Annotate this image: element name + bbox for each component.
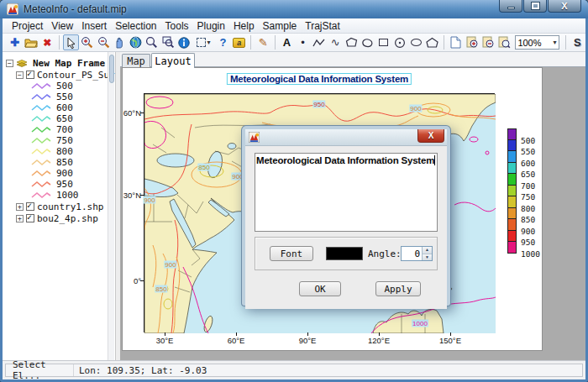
collapse-icon[interactable]: −	[16, 71, 24, 79]
zoom-in-tool-button[interactable]	[79, 34, 95, 50]
window-title: MeteoInfo - default.mip	[24, 3, 127, 15]
map-frame-label: New Map Frame	[33, 58, 105, 69]
level-label: 500	[56, 81, 73, 92]
new-layout-button[interactable]	[448, 34, 464, 50]
spinner-down-button[interactable]: ▼	[423, 254, 432, 261]
contour-line-icon	[31, 126, 51, 133]
edit-button[interactable]: ✎	[255, 34, 270, 50]
y-tick-mark	[140, 113, 144, 113]
curve-tool-button[interactable]: ∿	[327, 34, 343, 50]
dialog-close-button[interactable]: X	[417, 129, 444, 143]
expand-icon[interactable]: +	[16, 215, 24, 222]
menu-item-insert[interactable]: Insert	[77, 19, 111, 33]
close-button[interactable]: X	[548, 0, 581, 13]
font-button[interactable]: Font	[270, 246, 313, 261]
layer-checkbox[interactable]	[26, 202, 34, 211]
zoom-to-extent-button[interactable]	[160, 34, 176, 50]
x-tick-mark	[165, 332, 165, 336]
tree-level-850[interactable]: 850	[6, 157, 115, 168]
toolbar: ✚ ✖	[3, 34, 585, 52]
x-axis-tick: 150°E	[439, 336, 461, 345]
y-axis-tick: 0°	[123, 276, 141, 285]
tree-level-500[interactable]: 500	[6, 81, 115, 92]
tab-map[interactable]: Map	[122, 54, 150, 67]
circle-tool-button[interactable]	[392, 34, 408, 50]
sidebar-scrollbar[interactable]	[108, 52, 114, 360]
collapse-icon[interactable]: −	[6, 60, 13, 67]
zoom-to-layer-button[interactable]	[144, 34, 160, 50]
tree-level-650[interactable]: 650	[6, 113, 115, 124]
whats-this-button[interactable]: ?	[215, 34, 231, 50]
open-project-button[interactable]	[23, 34, 39, 50]
spinner-up-button[interactable]: ▲	[423, 247, 432, 254]
text-tool-button[interactable]: A	[279, 34, 295, 50]
point-tool-button[interactable]: •	[295, 34, 311, 50]
full-extent-button[interactable]	[128, 34, 144, 50]
tree-level-700[interactable]: 700	[6, 124, 115, 135]
tab-layout[interactable]: Layout	[151, 53, 195, 68]
add-layer-button[interactable]: ✚	[7, 34, 23, 50]
dialog-title-bar[interactable]: X	[245, 129, 447, 146]
legend-swatch-650	[507, 163, 517, 175]
minimize-button[interactable]	[499, 0, 522, 13]
y-axis-tick: 30°N	[123, 191, 141, 200]
zoom-out-tool-button[interactable]	[95, 34, 111, 50]
script-button[interactable]: S	[570, 34, 585, 50]
dialog-text-input[interactable]: Meteorological Data Information System	[255, 153, 438, 232]
tree-level-950[interactable]: 950	[6, 179, 115, 190]
pentagon-tool-button[interactable]	[424, 34, 440, 50]
polygon-tool-button[interactable]	[344, 34, 360, 50]
ellipse-tool-button[interactable]	[408, 34, 424, 50]
expand-icon[interactable]: +	[16, 203, 24, 211]
scrollbar-thumb[interactable]	[109, 55, 114, 83]
tree-level-800[interactable]: 800	[6, 146, 115, 157]
select-tool-button[interactable]	[63, 34, 79, 50]
apply-button[interactable]: Apply	[375, 281, 421, 296]
freehand-polygon-tool-button[interactable]	[360, 34, 375, 50]
rectangle-tool-button[interactable]	[375, 34, 391, 50]
menu-item-project[interactable]: Project	[8, 19, 47, 33]
menu-item-selection[interactable]: Selection	[111, 19, 160, 33]
ok-button[interactable]: OK	[299, 281, 341, 296]
tree-level-750[interactable]: 750	[6, 135, 115, 146]
legend-label: 900	[521, 226, 535, 235]
tree-level-600[interactable]: 600	[6, 102, 115, 113]
tree-level-550[interactable]: 550	[6, 92, 115, 102]
level-label: 950	[56, 179, 73, 190]
map-title[interactable]: Meteorological Data Information System	[227, 73, 412, 85]
legend-label: 700	[521, 181, 535, 190]
pan-tool-button[interactable]	[112, 34, 128, 50]
tree-level-900[interactable]: 900	[6, 168, 115, 179]
identify-button[interactable]	[176, 34, 192, 50]
contour-line-icon	[31, 159, 51, 166]
zoom-level-combo[interactable]: 100% ▾	[515, 35, 559, 50]
remove-layer-button[interactable]: ✖	[39, 34, 55, 50]
rectangle-tool-icon	[379, 39, 388, 46]
layer-checkbox[interactable]	[26, 71, 34, 79]
title-bar[interactable]: MeteoInfo - default.mip X	[0, 0, 588, 18]
font-color-swatch[interactable]	[326, 247, 363, 260]
status-bar: Select El... Lon: 109.35; Lat: -9.03	[3, 360, 585, 379]
page-zoom-in-button[interactable]	[465, 34, 480, 50]
tree-layer-country1[interactable]: + country1.shp	[6, 201, 115, 212]
layer-checkbox[interactable]	[26, 214, 34, 222]
select-by-rect-button[interactable]: ▾	[192, 34, 215, 50]
menu-item-sample[interactable]: Sample	[259, 19, 302, 33]
menu-item-plugin[interactable]: Plugin	[193, 19, 229, 33]
maximize-button[interactable]	[523, 0, 547, 13]
tree-layer-contour[interactable]: − Contour_PS_Surface_	[6, 69, 115, 81]
angle-spinner[interactable]: 0 ▲ ▼	[401, 246, 433, 261]
tree-layer-bou2[interactable]: + bou2_4p.shp	[6, 212, 115, 224]
menu-item-trajstat[interactable]: TrajStat	[301, 19, 344, 33]
page-zoom-full-button[interactable]	[496, 34, 512, 50]
label-button[interactable]: a	[231, 34, 247, 50]
menu-item-view[interactable]: View	[47, 19, 77, 33]
level-label: 750	[56, 135, 73, 146]
menu-item-help[interactable]: Help	[229, 19, 259, 33]
tree-root-map-frame[interactable]: − New Map Frame	[6, 57, 115, 69]
polyline-tool-button[interactable]	[311, 34, 327, 50]
menu-item-tools[interactable]: Tools	[161, 19, 193, 33]
tree-level-1000[interactable]: 1000	[6, 190, 115, 201]
page-zoom-out-button[interactable]	[480, 34, 496, 50]
page-zoom-icon	[498, 36, 511, 49]
